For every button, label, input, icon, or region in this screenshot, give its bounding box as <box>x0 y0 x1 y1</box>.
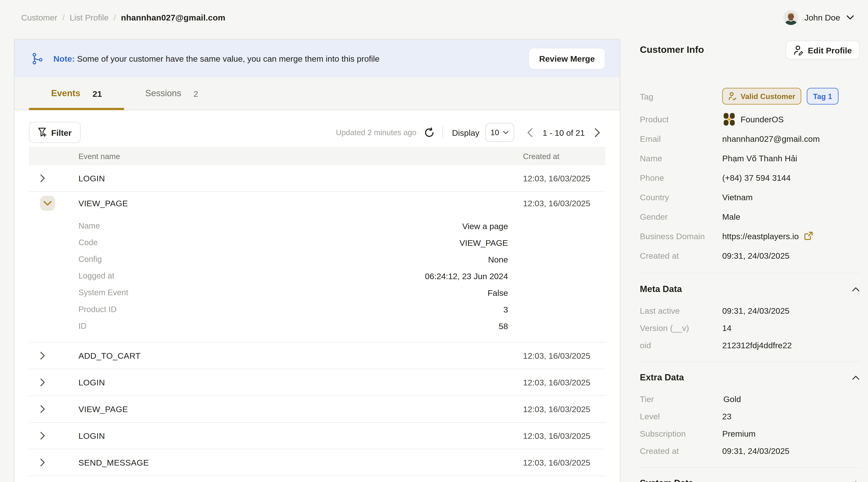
detail-row: Logged at 06:24:12, 23 Jun 2024 <box>29 267 606 284</box>
tab-events[interactable]: Events 21 <box>29 77 124 110</box>
section-title: Meta Data <box>640 284 682 294</box>
section-extra-data[interactable]: Extra Data <box>640 369 860 386</box>
event-created-at: 12:03, 16/03/2025 <box>523 458 606 467</box>
field-email: Email nhannhan027@gmail.com <box>640 130 860 147</box>
event-created-at: 12:03, 16/03/2025 <box>523 431 606 441</box>
banner-message-text: Some of your customer have the same valu… <box>75 54 379 63</box>
filter-icon <box>38 127 47 137</box>
detail-value: None <box>102 254 508 264</box>
expand-row-button[interactable] <box>29 351 79 360</box>
page-size-select[interactable]: 10 <box>485 123 514 142</box>
table-toolbar: Filter Updated 2 minutes ago Display 10 <box>14 110 620 147</box>
business-domain-link[interactable]: https://eastplayers.io <box>722 231 812 240</box>
detail-label: Product ID <box>79 305 117 314</box>
event-details: Name View a page Code VIEW_PAGE Config N… <box>29 214 606 343</box>
table-row[interactable]: SEND_MESSAGE 12:03, 16/03/2025 <box>29 449 606 476</box>
field-label: Business Domain <box>640 231 722 240</box>
field-value: Premium <box>722 428 755 438</box>
filter-button[interactable]: Filter <box>29 122 81 143</box>
detail-row: ID 58 <box>29 318 606 334</box>
events-card: Note: Some of your customer have the sam… <box>14 39 620 482</box>
field-value: nhannhan027@gmail.com <box>722 134 820 143</box>
review-merge-button[interactable]: Review Merge <box>529 48 605 69</box>
detail-value: VIEW_PAGE <box>98 238 508 247</box>
prev-page-button[interactable] <box>527 128 533 137</box>
field-label: Gender <box>640 212 722 221</box>
expand-row-button[interactable] <box>29 405 79 413</box>
field-value: https://eastplayers.io <box>722 231 799 240</box>
expand-row-button[interactable] <box>29 378 79 387</box>
user-check-icon <box>728 92 737 101</box>
section-meta-data[interactable]: Meta Data <box>640 281 860 297</box>
field-label: Phone <box>640 173 722 182</box>
column-event-name: Event name <box>29 152 523 160</box>
field-value: 212312fdj4ddfre22 <box>722 340 792 349</box>
updated-status: Updated 2 minutes ago <box>336 128 416 137</box>
next-page-button[interactable] <box>594 128 600 137</box>
breadcrumb-list-profile[interactable]: List Profile <box>70 12 109 22</box>
event-name: SEND_MESSAGE <box>79 458 523 467</box>
refresh-button[interactable] <box>424 127 435 138</box>
table-row[interactable]: LOGIN 12:03, 16/03/2025 <box>29 369 606 396</box>
field-label: Last active <box>640 306 722 315</box>
breadcrumb-current-email: nhannhan027@gmail.com <box>121 12 225 22</box>
event-name: LOGIN <box>79 173 523 183</box>
section-divider <box>640 273 860 274</box>
expand-row-button[interactable] <box>29 174 79 183</box>
field-product: Product FounderOS <box>640 111 860 127</box>
tab-sessions-label: Sessions <box>145 88 181 98</box>
detail-label: Config <box>79 255 102 263</box>
filter-label: Filter <box>51 128 72 137</box>
tab-events-label: Events <box>51 88 81 98</box>
chevron-up-icon <box>852 481 860 482</box>
breadcrumb-separator: / <box>62 12 65 22</box>
table-row-expanded[interactable]: VIEW_PAGE 12:03, 16/03/2025 <box>29 192 606 214</box>
field-label: Product <box>640 114 722 124</box>
table-row[interactable]: VIEW_PAGE 12:03, 16/03/2025 <box>29 396 606 423</box>
field-value: 23 <box>722 411 732 421</box>
table-row[interactable]: LOGIN 12:03, 16/03/2025 <box>29 165 606 192</box>
field-label: Version (__v) <box>640 323 722 332</box>
field-label: Subscription <box>640 428 722 438</box>
field-label: oid <box>640 340 722 349</box>
chevron-up-icon <box>852 287 860 292</box>
detail-label: Logged at <box>79 271 114 280</box>
detail-value: 06:24:12, 23 Jun 2024 <box>114 271 508 281</box>
expand-row-button[interactable] <box>29 458 79 467</box>
breadcrumb: Customer / List Profile / nhannhan027@gm… <box>21 12 225 22</box>
event-created-at: 12:03, 16/03/2025 <box>523 378 606 387</box>
field-last-active: Last active 09:31, 24/03/2025 <box>640 303 860 318</box>
field-value: Male <box>722 212 740 221</box>
table-row[interactable]: LOGIN 12:03, 16/03/2025 <box>29 423 606 449</box>
events-table: Event name Created at LOGIN 12:03, 16/03… <box>29 147 606 482</box>
section-system-data[interactable]: System Data <box>640 475 860 482</box>
table-row[interactable]: LOG_OUT 12:03, 16/03/2025 <box>29 476 606 482</box>
section-title: Extra Data <box>640 373 684 383</box>
detail-value: View a page <box>100 221 508 230</box>
user-name: John Doe <box>805 12 840 22</box>
customer-info-header: Customer Info Edit Profile <box>640 39 860 61</box>
edit-profile-button[interactable]: Edit Profile <box>786 40 860 59</box>
field-value: 09:31, 24/03/2025 <box>722 251 789 260</box>
user-menu[interactable]: John Doe <box>783 10 854 25</box>
expand-row-button[interactable] <box>29 431 79 440</box>
tab-events-count: 21 <box>93 89 102 98</box>
table-row[interactable]: ADD_TO_CART 12:03, 16/03/2025 <box>29 343 606 369</box>
breadcrumb-customer[interactable]: Customer <box>21 12 57 22</box>
field-label: Level <box>640 411 722 421</box>
column-created-at: Created at <box>523 152 606 160</box>
field-label: Email <box>640 134 722 143</box>
detail-value: False <box>128 288 508 297</box>
tab-sessions[interactable]: Sessions 2 <box>124 77 219 110</box>
detail-row: System Event False <box>29 284 606 301</box>
field-tag: Tag Valid Customer Tag 1 <box>640 88 860 105</box>
collapse-row-button[interactable] <box>29 195 79 211</box>
field-oid: oid 212312fdj4ddfre22 <box>640 338 860 352</box>
tab-strip: Events 21 Sessions 2 <box>14 77 620 110</box>
table-header: Event name Created at <box>29 147 606 165</box>
banner-message: Note: Some of your customer have the sam… <box>54 54 379 63</box>
top-bar: Customer / List Profile / nhannhan027@gm… <box>0 0 868 39</box>
field-value: Phạm Võ Thanh Hải <box>722 153 797 163</box>
tag-badge-tag1: Tag 1 <box>807 88 838 105</box>
merge-note-banner: Note: Some of your customer have the sam… <box>14 39 620 77</box>
